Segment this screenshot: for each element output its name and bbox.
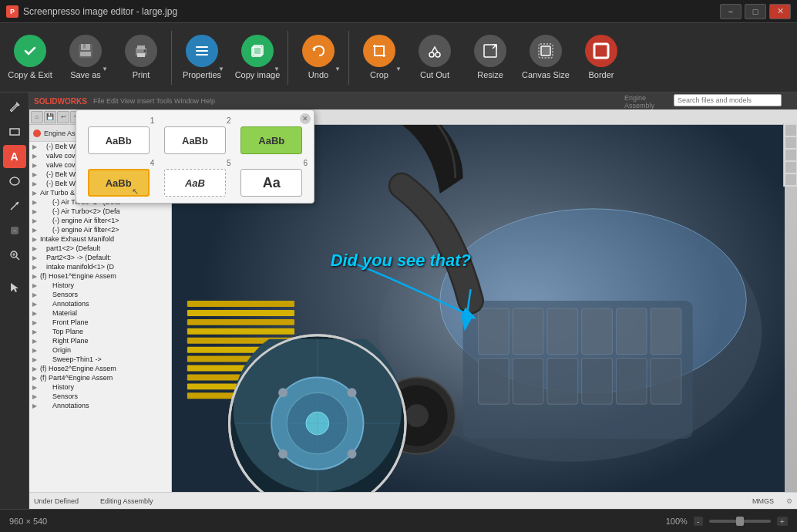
copy-image-button[interactable]: Copy image ▼ — [230, 26, 284, 89]
sw-tree-item[interactable]: ▶(-) engine Air filter<2> — [29, 225, 171, 234]
sw-panel-icon-4[interactable] — [785, 162, 796, 173]
style-preview-5[interactable]: AaB — [164, 169, 226, 197]
border-label: Border — [588, 70, 614, 80]
save-as-icon — [69, 35, 102, 67]
save-as-button[interactable]: Save as ▼ — [59, 26, 113, 89]
zoom-tool[interactable] — [3, 244, 26, 267]
sw-tree-item[interactable]: ▶(-) engine Air filter<1> — [29, 216, 171, 225]
rectangle-tool[interactable] — [3, 120, 26, 143]
canvas-size-label: Canvas Size — [522, 70, 570, 80]
sw-tree-item[interactable]: ▶History — [29, 281, 171, 290]
undo-button[interactable]: Undo ▼ — [291, 26, 345, 89]
popup-close-button[interactable]: ✕ — [300, 113, 311, 124]
blur-tool[interactable]: ~ — [3, 219, 26, 242]
print-label: Print — [133, 70, 150, 80]
sw-tree-item[interactable]: ▶Sensors — [29, 290, 171, 299]
cut-out-button[interactable]: Cut Out — [408, 26, 462, 89]
border-icon — [585, 35, 617, 67]
minimize-button[interactable]: − — [720, 4, 742, 19]
style-cell-2: 2 AaBb — [159, 116, 230, 154]
properties-button[interactable]: Properties ▼ — [175, 26, 229, 89]
svg-rect-51 — [187, 310, 294, 316]
sw-tree-item[interactable]: ▶Annotations — [29, 299, 171, 308]
svg-rect-52 — [187, 319, 294, 325]
border-button[interactable]: Border — [574, 26, 628, 89]
sw-tb-save[interactable]: 💾 — [44, 111, 56, 123]
print-button[interactable]: Print — [114, 26, 168, 89]
undo-label: Undo — [308, 70, 328, 80]
sw-tree-item[interactable]: ▶Part2<3> -> (Default: — [29, 253, 171, 262]
zoom-minus-button[interactable]: - — [694, 517, 703, 526]
svg-point-16 — [435, 52, 440, 57]
app-icon: P — [6, 5, 18, 18]
canvas-size-button[interactable]: Canvas Size — [519, 26, 573, 89]
arrow-tool[interactable] — [3, 194, 26, 217]
sw-tree-item[interactable]: ▶(f) Hose2^Engine Assem — [29, 364, 171, 373]
sw-panel-icon-3[interactable] — [785, 150, 796, 160]
sw-status-bar: Under Defined Editing Assembly MMGS ⚙ — [29, 492, 797, 509]
zoom-slider[interactable] — [709, 520, 771, 523]
sw-search-input[interactable] — [674, 94, 782, 106]
sw-panel-icon-5[interactable] — [785, 174, 796, 185]
cursor-tool[interactable] — [3, 276, 26, 299]
properties-label: Properties — [183, 70, 221, 80]
sw-background: SOLIDWORKS File Edit View Insert Tools W… — [29, 93, 797, 509]
style-cell-4: 4 AaBb — [82, 159, 154, 197]
sw-tree-item[interactable]: ▶Intake Exhaust Manifold — [29, 234, 171, 244]
sw-tree-item[interactable]: ▶Material — [29, 308, 171, 318]
svg-rect-7 — [137, 53, 145, 57]
sw-tree-item[interactable]: ▶(f) Hose1^Engine Assem — [29, 271, 171, 281]
sw-tree-item[interactable]: ▶History — [29, 382, 171, 392]
screenshot-preview: SOLIDWORKS File Edit View Insert Tools W… — [29, 93, 797, 509]
text-tool[interactable]: A — [3, 145, 26, 168]
sw-tb-undo[interactable]: ↩ — [57, 111, 69, 123]
sw-tree-item[interactable]: ▶(-) Air Turbo<2> (Defa — [29, 207, 171, 216]
sw-tree-item[interactable]: ▶Annotations — [29, 401, 171, 410]
tools-sidebar: A ~ — [0, 93, 29, 509]
close-button[interactable]: ✕ — [769, 4, 791, 19]
sw-tree-item[interactable]: ▶(f) Part4^Engine Assem — [29, 373, 171, 382]
resize-icon — [474, 35, 506, 67]
sw-tb-home[interactable]: ⌂ — [31, 111, 43, 123]
window-controls[interactable]: − □ ✕ — [720, 4, 791, 19]
style-number-2: 2 — [227, 116, 231, 125]
sw-tree-item[interactable]: ▶Sweep-Thin1 -> — [29, 355, 171, 364]
sw-tree-item[interactable]: ▶intake manifold<1> (D — [29, 262, 171, 271]
style-preview-1[interactable]: AaBb — [88, 126, 150, 154]
style-number-5: 5 — [227, 159, 231, 167]
sw-panel-icon-2[interactable] — [785, 137, 796, 148]
properties-icon — [186, 35, 218, 67]
svg-point-63 — [405, 404, 429, 427]
ellipse-tool[interactable] — [3, 170, 26, 193]
style-preview-6[interactable]: Aa — [240, 169, 302, 197]
style-cell-1: 1 AaBb — [82, 116, 154, 154]
undo-icon — [302, 35, 335, 67]
sw-searchbar[interactable]: Engine Assembly * — [674, 93, 782, 108]
svg-rect-9 — [196, 46, 208, 48]
style-preview-4[interactable]: AaBb — [88, 169, 150, 197]
sw-tree-item[interactable]: ▶Origin — [29, 345, 171, 355]
sw-tree-item[interactable]: ▶Right Plane — [29, 336, 171, 345]
style-cell-5: 5 AaB — [159, 159, 230, 197]
toolbar-divider-3 — [348, 31, 349, 85]
svg-rect-50 — [187, 301, 294, 307]
style-preview-3[interactable]: AaBb — [240, 126, 302, 154]
style-number-6: 6 — [303, 159, 308, 167]
resize-button[interactable]: Resize — [463, 26, 517, 89]
maximize-button[interactable]: □ — [745, 4, 766, 19]
copy-exit-button[interactable]: Copy & Exit — [3, 26, 57, 89]
sw-status-underdefined: Under Defined — [34, 497, 79, 505]
crop-button[interactable]: Crop ▼ — [352, 26, 406, 89]
sw-tree-item[interactable]: ▶Sensors — [29, 392, 171, 401]
svg-rect-20 — [594, 44, 608, 58]
sw-panel-icon-1[interactable] — [785, 125, 796, 136]
sw-tree-item[interactable]: ▶part1<2> (Default — [29, 244, 171, 253]
zoom-plus-button[interactable]: + — [777, 517, 788, 526]
sw-tree-item[interactable]: ▶Top Plane — [29, 327, 171, 336]
svg-marker-31 — [11, 283, 18, 292]
svg-rect-4 — [80, 52, 91, 56]
style-preview-2[interactable]: AaBb — [164, 126, 226, 154]
sw-tree-item[interactable]: ▶Front Plane — [29, 318, 171, 327]
zoom-slider-thumb[interactable] — [736, 517, 744, 526]
pencil-tool[interactable] — [3, 96, 26, 119]
